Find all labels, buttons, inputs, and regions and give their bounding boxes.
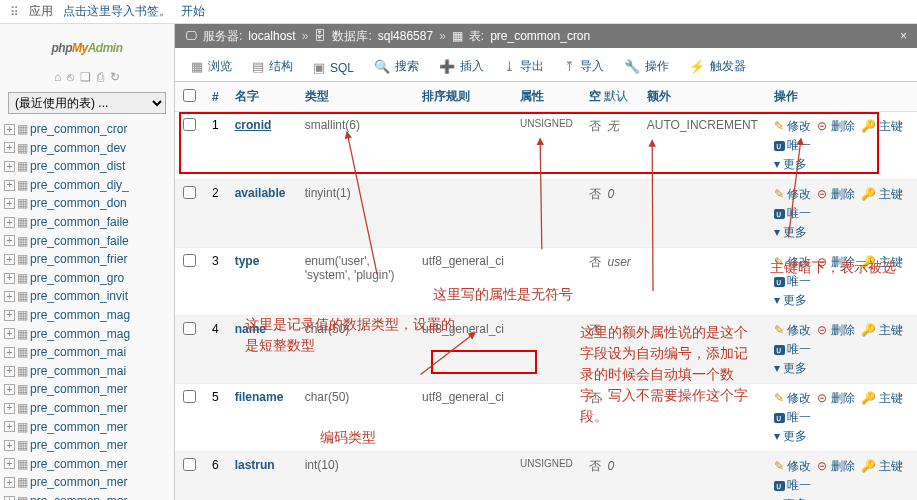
sidebar-tool-icon[interactable]: ⎋ bbox=[67, 70, 74, 84]
expand-icon[interactable]: + bbox=[4, 496, 15, 500]
delete-link[interactable]: 删除 bbox=[817, 119, 854, 133]
cell-name[interactable]: name bbox=[227, 316, 297, 384]
tree-item[interactable]: + ▦ pre_common_cror bbox=[4, 120, 174, 139]
expand-icon[interactable]: + bbox=[4, 291, 15, 302]
expand-icon[interactable]: + bbox=[4, 458, 15, 469]
apps-icon[interactable]: ⠿ bbox=[10, 5, 19, 19]
col-num[interactable]: # bbox=[204, 82, 227, 112]
expand-icon[interactable]: + bbox=[4, 328, 15, 339]
unique-link[interactable]: 唯一 bbox=[774, 477, 903, 494]
expand-icon[interactable]: + bbox=[4, 347, 15, 358]
unique-link[interactable]: 唯一 bbox=[774, 341, 903, 358]
expand-icon[interactable]: + bbox=[4, 142, 15, 153]
expand-icon[interactable]: + bbox=[4, 124, 15, 135]
more-link[interactable]: 更多 bbox=[774, 156, 903, 173]
tree-item[interactable]: + ▦ pre_common_mai bbox=[4, 343, 174, 362]
cell-name[interactable]: available bbox=[227, 180, 297, 248]
tab-操作[interactable]: 🔧操作 bbox=[614, 52, 679, 81]
expand-icon[interactable]: + bbox=[4, 273, 15, 284]
import-hint[interactable]: 点击这里导入书签。 bbox=[63, 3, 171, 20]
edit-link[interactable]: 修改 bbox=[774, 119, 811, 133]
recent-tables-select[interactable]: (最近使用的表) ... bbox=[8, 92, 166, 114]
tree-item[interactable]: + ▦ pre_common_mag bbox=[4, 306, 174, 325]
col-collation[interactable]: 排序规则 bbox=[414, 82, 512, 112]
tree-item[interactable]: + ▦ pre_common_diy_ bbox=[4, 176, 174, 195]
primary-key-link[interactable]: 主键 bbox=[861, 323, 903, 337]
expand-icon[interactable]: + bbox=[4, 198, 15, 209]
tree-item[interactable]: + ▦ pre_common_faile bbox=[4, 232, 174, 251]
delete-link[interactable]: 删除 bbox=[817, 187, 854, 201]
expand-icon[interactable]: + bbox=[4, 366, 15, 377]
expand-icon[interactable]: + bbox=[4, 161, 15, 172]
row-checkbox[interactable] bbox=[183, 322, 196, 335]
edit-link[interactable]: 修改 bbox=[774, 187, 811, 201]
col-null-default[interactable]: 空 默认 bbox=[581, 82, 639, 112]
cell-name[interactable]: type bbox=[227, 248, 297, 316]
col-name[interactable]: 名字 bbox=[227, 82, 297, 112]
col-type[interactable]: 类型 bbox=[297, 82, 414, 112]
tab-浏览[interactable]: ▦浏览 bbox=[181, 52, 242, 81]
expand-icon[interactable]: + bbox=[4, 235, 15, 246]
crumb-db[interactable]: sql486587 bbox=[378, 29, 433, 43]
expand-icon[interactable]: + bbox=[4, 217, 15, 228]
tree-item[interactable]: + ▦ pre_common_mer bbox=[4, 473, 174, 492]
tree-item[interactable]: + ▦ pre_common_mer bbox=[4, 418, 174, 437]
delete-link[interactable]: 删除 bbox=[817, 323, 854, 337]
primary-key-link[interactable]: 主键 bbox=[861, 391, 903, 405]
tab-插入[interactable]: ➕插入 bbox=[429, 52, 494, 81]
expand-icon[interactable]: + bbox=[4, 254, 15, 265]
expand-icon[interactable]: + bbox=[4, 403, 15, 414]
delete-link[interactable]: 删除 bbox=[817, 391, 854, 405]
col-attr[interactable]: 属性 bbox=[512, 82, 581, 112]
more-link[interactable]: 更多 bbox=[774, 360, 903, 377]
more-link[interactable]: 更多 bbox=[774, 292, 903, 309]
sidebar-tool-icon[interactable]: ⎙ bbox=[97, 70, 104, 84]
tree-item[interactable]: + ▦ pre_common_mer bbox=[4, 399, 174, 418]
tree-item[interactable]: + ▦ pre_common_don bbox=[4, 194, 174, 213]
primary-key-link[interactable]: 主键 bbox=[861, 255, 903, 269]
tree-item[interactable]: + ▦ pre_common_faile bbox=[4, 213, 174, 232]
tab-触发器[interactable]: ⚡触发器 bbox=[679, 52, 756, 81]
tree-item[interactable]: + ▦ pre_common_frier bbox=[4, 250, 174, 269]
expand-icon[interactable]: + bbox=[4, 180, 15, 191]
tree-item[interactable]: + ▦ pre_common_mer bbox=[4, 455, 174, 474]
edit-link[interactable]: 修改 bbox=[774, 391, 811, 405]
tab-导入[interactable]: ⤒导入 bbox=[554, 52, 614, 81]
unique-link[interactable]: 唯一 bbox=[774, 273, 903, 290]
primary-key-link[interactable]: 主键 bbox=[861, 459, 903, 473]
tree-item[interactable]: + ▦ pre_common_mai bbox=[4, 362, 174, 381]
expand-icon[interactable]: + bbox=[4, 310, 15, 321]
tree-item[interactable]: + ▦ pre_common_gro bbox=[4, 269, 174, 288]
unique-link[interactable]: 唯一 bbox=[774, 205, 903, 222]
crumb-table[interactable]: pre_common_cron bbox=[490, 29, 590, 43]
crumb-server[interactable]: localhost bbox=[248, 29, 295, 43]
sidebar-tool-icon[interactable]: ⌂ bbox=[54, 70, 61, 84]
close-icon[interactable]: × bbox=[900, 29, 907, 43]
expand-icon[interactable]: + bbox=[4, 477, 15, 488]
start-link[interactable]: 开始 bbox=[181, 3, 205, 20]
cell-name[interactable]: filename bbox=[227, 384, 297, 452]
expand-icon[interactable]: + bbox=[4, 421, 15, 432]
row-checkbox[interactable] bbox=[183, 458, 196, 471]
cell-name[interactable]: cronid bbox=[227, 112, 297, 180]
cell-name[interactable]: lastrun bbox=[227, 452, 297, 501]
tab-结构[interactable]: ▤结构 bbox=[242, 52, 303, 81]
delete-link[interactable]: 删除 bbox=[817, 459, 854, 473]
delete-link[interactable]: 删除 bbox=[817, 255, 854, 269]
unique-link[interactable]: 唯一 bbox=[774, 409, 903, 426]
tree-item[interactable]: + ▦ pre_common_dist bbox=[4, 157, 174, 176]
primary-key-link[interactable]: 主键 bbox=[861, 187, 903, 201]
tab-搜索[interactable]: 🔍搜索 bbox=[364, 52, 429, 81]
edit-link[interactable]: 修改 bbox=[774, 255, 811, 269]
tree-item[interactable]: + ▦ pre_common_invit bbox=[4, 287, 174, 306]
row-checkbox[interactable] bbox=[183, 254, 196, 267]
tree-item[interactable]: + ▦ pre_common_mer bbox=[4, 380, 174, 399]
apps-label[interactable]: 应用 bbox=[29, 3, 53, 20]
tab-导出[interactable]: ⤓导出 bbox=[494, 52, 554, 81]
checkbox-all[interactable] bbox=[183, 89, 196, 102]
tab-SQL[interactable]: ▣SQL bbox=[303, 54, 364, 81]
row-checkbox[interactable] bbox=[183, 186, 196, 199]
tree-item[interactable]: + ▦ pre_common_mer bbox=[4, 492, 174, 500]
tree-item[interactable]: + ▦ pre_common_mer bbox=[4, 436, 174, 455]
sidebar-tool-icon[interactable]: ❏ bbox=[80, 70, 91, 84]
